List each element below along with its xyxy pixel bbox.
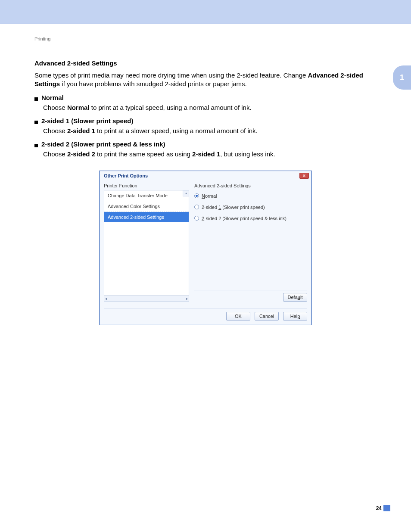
chapter-number: 1 [400,73,404,82]
page-number-accent [383,505,390,511]
printer-function-listbox[interactable]: ▴ Change Data Transfer Mode Advanced Col… [104,190,189,296]
bullet-line: Normal [34,94,377,101]
bullet-desc: Choose 2-sided 1 to print at a slower sp… [43,127,377,134]
t: lt [300,295,303,300]
default-row: Default [194,293,307,302]
scroll-right-icon[interactable]: ▸ [186,297,188,301]
t: Hel [290,314,298,319]
bullet-label: 2-sided 1 (Slower print speed) [41,117,133,124]
bullet-block: Normal Choose Normal to print at a typic… [34,94,377,111]
other-print-options-dialog: Other Print Options ✕ Printer Function ▴… [99,171,312,325]
page-number: 24 [376,505,382,511]
breadcrumb: Printing [34,36,377,41]
t: , but using less ink. [220,150,275,158]
t: N [202,193,205,199]
group-title: Advanced 2-sided Settings [194,183,307,188]
t: to print at a typical speed, using a nor… [90,104,252,111]
bullet-desc: Choose 2-sided 2 to print the same speed… [43,150,377,158]
ok-button[interactable]: OK [226,312,250,320]
section-heading: Advanced 2-sided Settings [34,59,377,67]
t: -sided 2 (Slower print speed & less ink) [204,216,286,221]
t: to print at a slower speed, using a norm… [95,127,258,134]
t: Normal [67,104,90,111]
t: Choose [43,104,67,111]
t: 2-sided 1 [192,150,220,158]
radio-normal[interactable]: Normal [194,193,307,199]
cancel-button[interactable]: Cancel [255,312,279,320]
dialog-titlebar: Other Print Options ✕ [100,171,311,180]
scroll-up-icon[interactable]: ▴ [183,190,189,196]
list-item[interactable]: Advanced Color Settings [104,201,189,212]
radio-label: 2-sided 2 (Slower print speed & less ink… [202,216,286,221]
bullet-block: 2-sided 1 (Slower print speed) Choose 2-… [34,117,377,134]
t: Defa [288,295,298,300]
t: (Slower print speed) [221,205,265,210]
default-button[interactable]: Default [283,293,307,302]
bullet-icon [34,121,38,124]
bullet-label: 2-sided 2 (Slower print speed & less ink… [41,140,165,148]
intro-paragraph: Some types of print media may need more … [34,71,377,89]
intro-post: if you have problems with smudged 2-side… [60,80,247,87]
bullet-line: 2-sided 1 (Slower print speed) [34,117,377,124]
radio-icon[interactable] [194,216,199,221]
divider [194,290,307,290]
dialog-footer: OK Cancel Help [100,305,311,325]
bullet-icon [34,97,38,101]
radio-icon[interactable] [194,193,199,198]
top-banner [0,0,411,24]
radio-label: 2-sided 1 (Slower print speed) [202,205,265,210]
bullet-line: 2-sided 2 (Slower print speed & less ink… [34,140,377,148]
bullet-label: Normal [41,94,64,101]
t: 2-sided 2 [67,150,95,158]
scroll-left-icon[interactable]: ◂ [105,297,107,301]
t: p [297,314,300,319]
help-button[interactable]: Help [283,312,307,320]
divider [104,308,307,308]
t: to print the same speed as using [95,150,192,158]
close-button[interactable]: ✕ [299,173,309,179]
printer-function-panel: Printer Function ▴ Change Data Transfer … [104,183,189,302]
t: 2-sided 1 [67,127,95,134]
spacer [194,227,307,288]
footer-buttons: OK Cancel Help [104,312,307,320]
settings-panel: Advanced 2-sided Settings Normal 2-sided… [194,183,307,302]
dialog-title: Other Print Options [104,173,148,178]
bullet-block: 2-sided 2 (Slower print speed & less ink… [34,140,377,158]
bullet-desc: Choose Normal to print at a typical spee… [43,104,377,111]
t: 2-sided [202,205,218,210]
list-item-selected[interactable]: Advanced 2-sided Settings [104,212,189,222]
printer-function-label: Printer Function [104,183,189,188]
radio-2sided-2[interactable]: 2-sided 2 (Slower print speed & less ink… [194,216,307,221]
page-content: Printing Advanced 2-sided Settings Some … [0,24,411,325]
t: Choose [43,150,67,158]
t: Choose [43,127,67,134]
dialog-body: Printer Function ▴ Change Data Transfer … [100,180,311,305]
bullet-icon [34,144,38,147]
chapter-tab: 1 [393,65,411,90]
radio-label: Normal [202,193,217,199]
radio-2sided-1[interactable]: 2-sided 1 (Slower print speed) [194,205,307,210]
intro-pre: Some types of print media may need more … [34,72,308,79]
radio-icon[interactable] [194,205,199,209]
t: ormal [205,193,217,199]
list-item[interactable]: Change Data Transfer Mode [104,190,189,201]
listbox-hscroll[interactable]: ◂ ▸ [104,296,189,302]
